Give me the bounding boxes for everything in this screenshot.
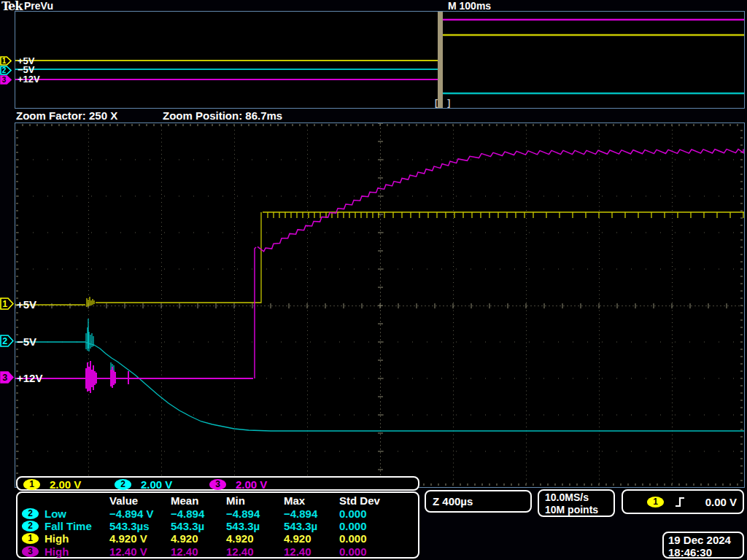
channel-3-scale[interactable]: 3 2.00 V: [209, 478, 267, 490]
channel-scale-bar: 1 2.00 V 2 2.00 V 3 2.00 V: [16, 476, 419, 491]
measurement-std: 0.000: [339, 532, 418, 545]
trigger-box[interactable]: 1 0.00 V: [622, 489, 744, 514]
measurement-std: 0.000: [339, 545, 418, 558]
zoom-scale-box[interactable]: Z 400µs: [425, 490, 532, 513]
measurement-row-badge: 2: [22, 508, 39, 519]
col-header-min: Min: [226, 494, 284, 507]
measurement-max: 4.920: [284, 532, 339, 545]
measurement-min: 4.920: [226, 532, 284, 545]
channel-1-marker-overview[interactable]: 1: [0, 56, 12, 66]
channel-3-label-overview: +12V: [18, 74, 40, 85]
zoom-scale-readout: Z 400µs: [433, 495, 473, 508]
measurement-row-label: 1High: [22, 532, 109, 545]
measurement-max: −4.894: [284, 508, 339, 520]
measurement-mean: 4.920: [171, 532, 226, 545]
channel-1-scale-value: 2.00 V: [50, 478, 81, 491]
waveform-display: [15, 123, 744, 487]
sample-rate-readout: 10.0MS/s: [545, 491, 614, 504]
measurement-name: High: [44, 532, 69, 545]
measurement-value: −4.894 V: [109, 508, 171, 520]
channel-2-label: −5V: [17, 335, 36, 348]
date-readout: 19 Dec 2024: [668, 534, 743, 546]
acquisition-box[interactable]: 10.0MS/s 10M points: [538, 489, 615, 517]
timebase-readout[interactable]: M 100ms: [448, 0, 491, 12]
overview-traces: [15, 12, 744, 108]
measurement-std: 0.000: [339, 520, 418, 532]
measurement-row-badge: 1: [22, 533, 39, 544]
measurement-name: Low: [44, 508, 66, 520]
channel-1-badge: 1: [23, 479, 40, 490]
measurement-row-label: 2Low: [22, 508, 109, 520]
measurement-value: 4.920 V: [109, 532, 171, 545]
channel-3-label: +12V: [17, 372, 42, 384]
measurement-value: 12.40 V: [109, 545, 171, 558]
measurement-row-badge: 3: [22, 546, 39, 557]
measurement-std: 0.000: [339, 508, 418, 520]
measurement-min: 12.40: [226, 545, 284, 558]
channel-2-scale-value: 2.00 V: [141, 478, 172, 491]
zoom-info-row: Zoom Factor: 250 X Zoom Position: 86.7ms: [0, 109, 747, 122]
measurement-row-label: 3High: [22, 545, 109, 558]
svg-text:3: 3: [2, 76, 7, 84]
measurement-min: 543.3µ: [226, 520, 284, 532]
measurement-mean: 12.40: [171, 545, 226, 558]
channel-2-badge: 2: [115, 479, 131, 490]
zoom-factor-readout: Zoom Factor: 250 X: [16, 109, 117, 122]
col-header-stddev: Std Dev: [339, 494, 418, 507]
channel-1-scale[interactable]: 1 2.00 V: [23, 478, 81, 490]
col-header-mean: Mean: [171, 494, 226, 507]
acquisition-status: PreVu: [24, 0, 53, 12]
measurement-table: Value Mean Min Max Std Dev 2Low−4.894 V−…: [16, 491, 419, 559]
graticule-area[interactable]: [15, 122, 745, 488]
channel-3-scale-value: 2.00 V: [236, 478, 267, 491]
measurement-min: −4.894: [226, 508, 284, 520]
measurement-max: 12.40: [284, 545, 339, 558]
channel-1-label: +5V: [17, 298, 36, 311]
svg-text:3: 3: [2, 373, 7, 383]
col-header-value: Value: [109, 494, 171, 507]
measurement-mean: −4.894: [171, 508, 226, 520]
measurement-max: 543.3µ: [284, 520, 339, 532]
zoom-position-readout: Zoom Position: 86.7ms: [163, 109, 282, 122]
svg-text:1: 1: [2, 299, 7, 309]
channel-2-marker-overview[interactable]: 2: [0, 66, 12, 75]
channel-3-badge: 3: [209, 479, 226, 490]
svg-text:2: 2: [2, 66, 7, 74]
channel-3-marker-overview[interactable]: 3: [0, 75, 12, 85]
datetime-box: 19 Dec 2024 18:46:30: [662, 532, 744, 559]
measurement-name: High: [44, 545, 69, 558]
measurement-mean: 543.3µ: [171, 520, 226, 532]
channel-1-ground-marker[interactable]: 1: [0, 298, 14, 310]
channel-2-scale[interactable]: 2 2.00 V: [115, 478, 172, 490]
channel-2-ground-marker[interactable]: 2: [0, 335, 14, 347]
oscilloscope-screen: Tek PreVu M 100ms [ ] 1 2 3 +5V −5V +12V…: [0, 0, 747, 560]
svg-text:2: 2: [2, 336, 7, 346]
channel-3-ground-marker[interactable]: 3: [0, 371, 14, 384]
measurement-row-label: 2Fall Time: [22, 520, 109, 532]
time-readout: 18:46:30: [668, 546, 743, 559]
trigger-level-readout: 0.00 V: [705, 496, 737, 508]
col-header-max: Max: [284, 494, 339, 507]
measurement-value: 543.3µs: [109, 520, 171, 532]
svg-text:1: 1: [2, 57, 7, 65]
zoom-window-bracket[interactable]: [ ]: [435, 98, 454, 108]
zoom-window-bar[interactable]: [438, 12, 443, 108]
record-length-readout: 10M points: [545, 504, 614, 516]
overview-window[interactable]: [ ]: [15, 11, 745, 109]
measurement-name: Fall Time: [44, 520, 92, 532]
trigger-slope-icon: [675, 496, 685, 508]
measurement-row-badge: 2: [22, 521, 39, 532]
trigger-source-badge: 1: [647, 497, 664, 508]
